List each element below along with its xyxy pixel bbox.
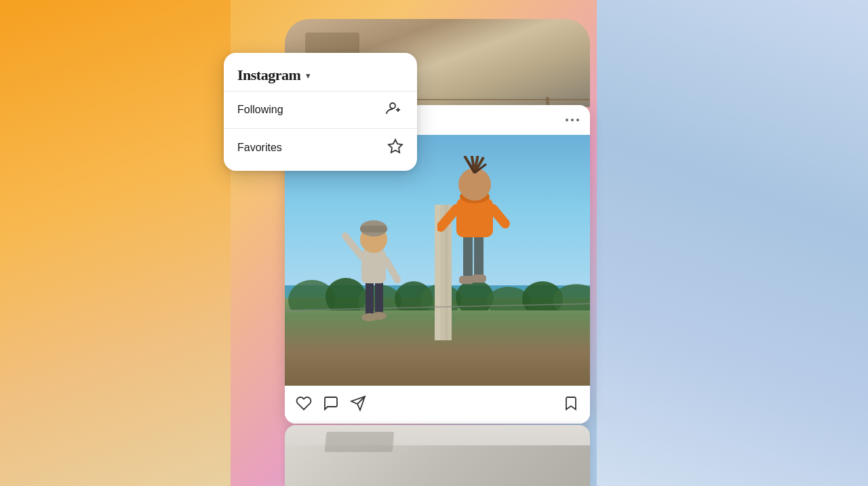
svg-rect-13 [375, 280, 383, 317]
feed-filter-dropdown: Instagram ▾ Following Favorites [224, 53, 417, 171]
bottom-partial-card [285, 425, 590, 486]
instagram-logo-text: Instagram [237, 66, 300, 84]
svg-line-29 [493, 209, 505, 224]
bookmark-button[interactable] [563, 395, 579, 414]
svg-line-17 [345, 236, 361, 256]
like-button[interactable] [296, 395, 312, 414]
comment-button[interactable] [323, 395, 339, 414]
svg-point-15 [372, 312, 387, 320]
dot2 [571, 119, 574, 121]
bg-left-panel [0, 0, 231, 486]
svg-rect-23 [474, 234, 484, 278]
dot3 [576, 119, 579, 121]
post-actions-bar [285, 386, 590, 424]
post-image [285, 135, 590, 386]
svg-rect-12 [366, 280, 374, 317]
svg-marker-42 [389, 140, 402, 153]
svg-rect-16 [361, 249, 386, 283]
bg-right-panel [597, 0, 868, 486]
more-options-button[interactable] [566, 119, 579, 121]
svg-point-39 [390, 103, 395, 108]
svg-line-18 [386, 260, 397, 280]
wire [285, 300, 590, 321]
svg-rect-26 [456, 198, 493, 237]
svg-rect-25 [471, 275, 486, 283]
star-icon [387, 138, 403, 157]
svg-rect-22 [463, 234, 473, 278]
share-button[interactable] [350, 395, 366, 414]
favorites-filter-item[interactable]: Favorites [224, 129, 417, 167]
following-icon [386, 101, 403, 119]
svg-line-28 [441, 209, 456, 227]
chevron-down-icon: ▾ [306, 70, 311, 81]
actions-left [296, 395, 366, 414]
svg-rect-21 [360, 226, 387, 232]
person2-figure [437, 156, 512, 298]
person1-figure [340, 205, 408, 331]
svg-point-30 [458, 168, 491, 201]
dot1 [566, 119, 568, 121]
dropdown-header[interactable]: Instagram ▾ [224, 57, 417, 91]
following-filter-item[interactable]: Following [224, 92, 417, 128]
favorites-label: Favorites [237, 142, 282, 154]
following-label: Following [237, 104, 283, 116]
